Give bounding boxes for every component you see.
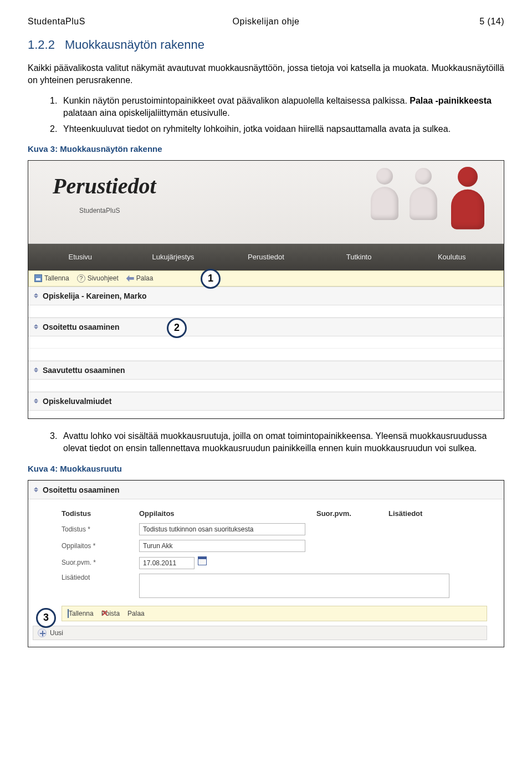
page-number: 5 (14) [345,17,504,27]
form-column-headers: Todistus Oppilaitos Suor.pvm. Lisätiedot [62,506,493,521]
list-item: 1.Kunkin näytön perustoimintopainikkeet … [50,95,504,120]
edit-form: Todistus Oppilaitos Suor.pvm. Lisätiedot… [28,499,504,600]
col-todistus: Todistus [62,509,139,518]
col-suorpvm: Suor.pvm. [316,509,388,518]
doc-title: StudentaPluS [28,17,187,27]
row-lisatiedot: Lisätiedot [62,571,493,600]
banner-decoration [343,165,498,237]
input-suorpvm[interactable] [139,557,195,569]
input-oppilaitos[interactable] [139,540,305,552]
list-item: 2.Yhteenkuuluvat tiedot on ryhmitelty lo… [50,123,504,135]
app-banner: Perustiedot StudentaPluS [28,161,504,244]
callout-badge-3: 3 [36,608,56,628]
input-lisatiedot[interactable] [139,574,449,598]
expand-collapse-icon [34,398,38,403]
input-todistus[interactable] [139,523,305,535]
toolbar: Tallenna ? Sivuohjeet Palaa 1 [28,270,504,287]
nav-item-perustiedot[interactable]: Perustiedot [219,253,313,261]
inner-toolbar: Tallenna Poista Palaa [62,606,487,621]
new-row-button[interactable]: Uusi [33,626,487,640]
section-number: 1.2.2 [28,38,55,52]
nav-item-tutkinto[interactable]: Tutkinto [313,253,406,261]
page-header: StudentaPluS Opiskelijan ohje 5 (14) [28,17,504,27]
inner-back-button[interactable]: Palaa [127,610,145,617]
list-item: 3.Avattu lohko voi sisältää muokkausruut… [50,430,504,455]
section-heading: 1.2.2Muokkausnäytön rakenne [28,38,504,52]
nav-item-koulutus[interactable]: Koulutus [405,253,498,261]
plus-icon [38,628,47,637]
label-oppilaitos: Oppilaitos * [62,542,139,550]
callout-badge-1: 1 [201,269,221,289]
section-header-opiskeluvalmiudet[interactable]: Opiskeluvalmiudet [28,392,504,411]
main-nav: Etusivu Lukujärjestys Perustiedot Tutkin… [28,244,504,270]
doc-subtitle: Opiskelijan ohje [187,17,346,27]
label-suorpvm: Suor.pvm. * [62,559,139,566]
col-lisatiedot: Lisätiedot [388,509,444,518]
figure-caption-2: Kuva 4: Muokkausruutu [28,464,504,473]
section-header-saavutettu[interactable]: Saavutettu osaaminen [28,361,504,380]
numbered-list-2: 3.Avattu lohko voi sisältää muokkausruut… [28,430,504,455]
callout-badge-2: 2 [167,318,187,338]
row-todistus: Todistus * [62,521,493,538]
label-todistus: Todistus * [62,525,139,533]
figure-caption: Kuva 3: Muokkausnäytön rakenne [28,144,504,154]
numbered-list-1: 1.Kunkin näytön perustoimintopainikkeet … [28,95,504,135]
row-suorpvm: Suor.pvm. * [62,554,493,571]
inner-delete-button[interactable]: Poista [101,610,120,617]
label-lisatiedot: Lisätiedot [62,574,139,581]
expand-collapse-icon [34,487,38,492]
intro-paragraph: Kaikki päävalikosta valitut näkymät avau… [28,62,504,87]
section-header-opiskelija[interactable]: Opiskelija - Kareinen, Marko [28,287,504,305]
inner-save-button[interactable]: Tallenna [68,610,94,617]
help-button[interactable]: ? Sivuohjeet [77,274,119,283]
nav-item-etusivu[interactable]: Etusivu [34,253,127,261]
section-header-osoitettu[interactable]: Osoitettu osaaminen 2 [28,318,504,336]
nav-item-lukujarjestys[interactable]: Lukujärjestys [127,253,220,261]
row-oppilaitos: Oppilaitos * [62,538,493,554]
back-button[interactable]: Palaa [126,274,154,282]
expand-collapse-icon [34,324,38,329]
screenshot-1: Perustiedot StudentaPluS Etusivu Lukujär… [28,160,504,419]
section-title: Muokkausnäytön rakenne [65,38,204,52]
disk-icon [34,274,42,282]
save-button[interactable]: Tallenna [34,274,69,282]
calendar-icon[interactable] [198,556,207,565]
expand-collapse-icon [34,367,38,372]
section-header-osoitettu-2[interactable]: Osoitettu osaaminen [28,481,504,499]
back-arrow-icon [126,275,134,282]
disk-icon [68,609,69,618]
screenshot-2: Osoitettu osaaminen Todistus Oppilaitos … [28,480,504,647]
expand-collapse-icon [34,293,38,298]
col-oppilaitos: Oppilaitos [139,509,316,518]
help-icon: ? [77,274,85,283]
